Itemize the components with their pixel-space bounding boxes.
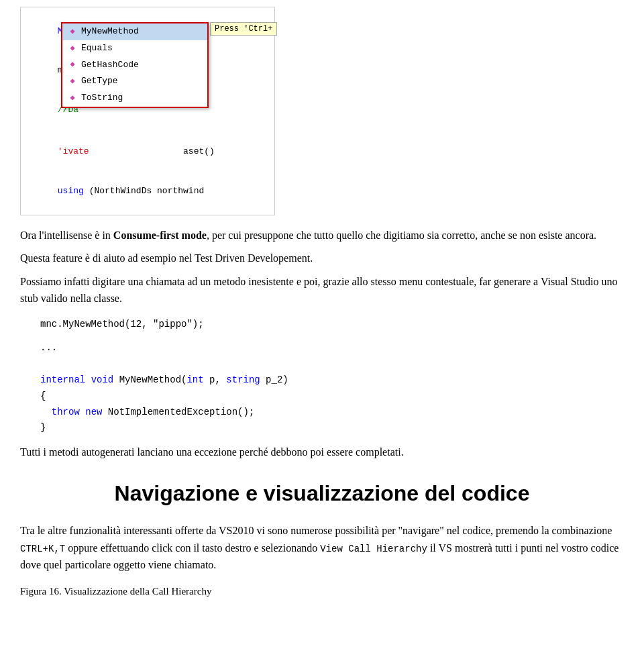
autocomplete-label-gettype: GetType <box>81 74 118 89</box>
body-p1-mid: oppure effettuando click con il tasto de… <box>65 542 320 554</box>
code-block-2: ... internal void MyNewMethod(int p, str… <box>40 340 624 436</box>
intro-para-3: Possiamo infatti digitare una chiamata a… <box>20 274 624 307</box>
autocomplete-item-gettype[interactable]: ◆ GetType <box>62 73 207 90</box>
body-p1-code2: View Call Hierarchy <box>320 544 427 554</box>
code-line-dots: ... <box>40 340 624 356</box>
body-p1-before: Tra le altre funzionalità interessanti o… <box>20 525 612 536</box>
code-block-1: mnc.MyNewMethod(12, "pippo"); <box>40 317 624 333</box>
method-icon-gethashcode: ◆ <box>68 58 77 71</box>
autocomplete-hint: Press 'Ctrl+ <box>210 22 277 36</box>
code-line-method-sig: internal void MyNewMethod(int p, string … <box>40 372 624 389</box>
intro-p1-bold: Consume-first mode <box>113 230 207 241</box>
method-icon-equals: ◆ <box>68 42 77 55</box>
method-icon-gettype: ◆ <box>68 75 77 88</box>
method-icon: ◆ <box>68 26 77 38</box>
after-code-section: Tutti i metodi autogenerati lanciano una… <box>20 444 624 461</box>
intro-para-2: Questa feature è di aiuto ad esempio nel… <box>20 250 624 267</box>
body-para-1: Tra le altre funzionalità interessanti o… <box>20 522 624 574</box>
intro-p1-before: Ora l'intellisense è in <box>20 230 113 241</box>
autocomplete-label-gethashcode: GetHashCode <box>81 58 139 72</box>
intro-p1-after: , per cui presuppone che tutto quello ch… <box>207 230 596 241</box>
intro-section: Ora l'intellisense è in Consume-first mo… <box>20 227 624 307</box>
autocomplete-label-tostring: ToString <box>81 91 123 105</box>
code-line-close-brace: } <box>40 420 624 436</box>
figure-caption: Figura 16. Visualizzazione della Call Hi… <box>20 586 624 597</box>
intro-para-1: Ora l'intellisense è in Consume-first mo… <box>20 227 624 244</box>
code-line-throw: throw new NotImplementedException(); <box>40 405 624 421</box>
editor-line-using: using (NorthWindDs northwind <box>26 171 269 211</box>
editor-line-private: 'ivate aset() <box>26 132 269 172</box>
autocomplete-label-equals: Equals <box>81 42 113 56</box>
autocomplete-item-tostring[interactable]: ◆ ToString <box>62 90 207 107</box>
code-line-open-brace: { <box>40 389 624 405</box>
autocomplete-item-gethashcode[interactable]: ◆ GetHashCode <box>62 57 207 74</box>
body-p1-code1: CTRL+K,T <box>20 544 65 554</box>
autocomplete-item-mynewmethod[interactable]: ◆ MyNewMethod <box>62 23 207 40</box>
code-line-blank <box>40 356 624 372</box>
autocomplete-item-equals[interactable]: ◆ Equals <box>62 40 207 57</box>
editor-screenshot: MyNewClass mnc = new MyNewCl mnc.MyNewMe… <box>20 7 275 215</box>
after-code-para: Tutti i metodi autogenerati lanciano una… <box>20 444 624 461</box>
page-container: MyNewClass mnc = new MyNewCl mnc.MyNewMe… <box>0 0 644 663</box>
code-line-mnc: mnc.MyNewMethod(12, "pippo"); <box>40 317 624 333</box>
section-heading: Navigazione e visualizzazione del codice <box>20 481 624 506</box>
autocomplete-label: MyNewMethod <box>81 25 139 39</box>
autocomplete-popup[interactable]: ◆ MyNewMethod ◆ Equals ◆ GetHashCode ◆ G… <box>61 22 209 108</box>
method-icon-tostring: ◆ <box>68 92 77 105</box>
